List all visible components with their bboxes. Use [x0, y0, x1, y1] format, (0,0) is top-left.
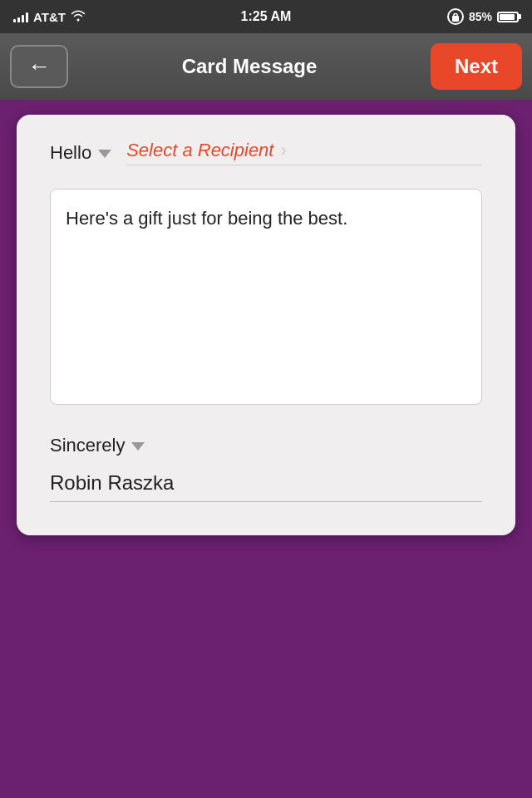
wifi-icon	[71, 10, 86, 24]
status-bar: AT&T 1:25 AM 85%	[0, 0, 532, 33]
signal-icon	[13, 11, 28, 22]
battery-percent: 85%	[469, 10, 492, 23]
nav-bar: ← Card Message Next	[0, 33, 532, 100]
svg-rect-0	[452, 16, 459, 22]
page-title: Card Message	[68, 55, 431, 78]
sender-name: Robin Raszka	[50, 471, 174, 494]
recipient-placeholder: Select a Recipient	[126, 140, 273, 161]
lock-icon	[447, 8, 464, 25]
closing-row: Sincerely	[50, 435, 482, 456]
greeting-row: Hello Select a Recipient ›	[50, 140, 482, 165]
battery-icon	[497, 12, 519, 22]
next-button-label: Next	[455, 55, 498, 78]
carrier-label: AT&T	[33, 10, 66, 24]
closing-dropdown[interactable]: Sincerely	[50, 435, 145, 456]
greeting-dropdown[interactable]: Hello	[50, 142, 111, 164]
next-button[interactable]: Next	[431, 43, 522, 90]
closing-dropdown-arrow-icon	[131, 442, 145, 451]
recipient-section[interactable]: Select a Recipient ›	[126, 140, 482, 165]
closing-label: Sincerely	[50, 435, 125, 456]
greeting-dropdown-arrow-icon	[98, 150, 111, 158]
card-form: Hello Select a Recipient › Sincerely Rob…	[17, 115, 515, 535]
back-button[interactable]: ←	[10, 45, 68, 88]
content-wrapper: Hello Select a Recipient › Sincerely Rob…	[0, 100, 532, 798]
back-arrow-icon: ←	[27, 55, 51, 78]
message-input[interactable]	[50, 189, 482, 405]
recipient-chevron-icon: ›	[280, 140, 286, 161]
greeting-label: Hello	[50, 142, 91, 164]
status-bar-left: AT&T	[13, 10, 86, 24]
status-bar-right: 85%	[447, 8, 519, 25]
status-time: 1:25 AM	[241, 9, 292, 24]
sender-row: Robin Raszka	[50, 471, 482, 502]
